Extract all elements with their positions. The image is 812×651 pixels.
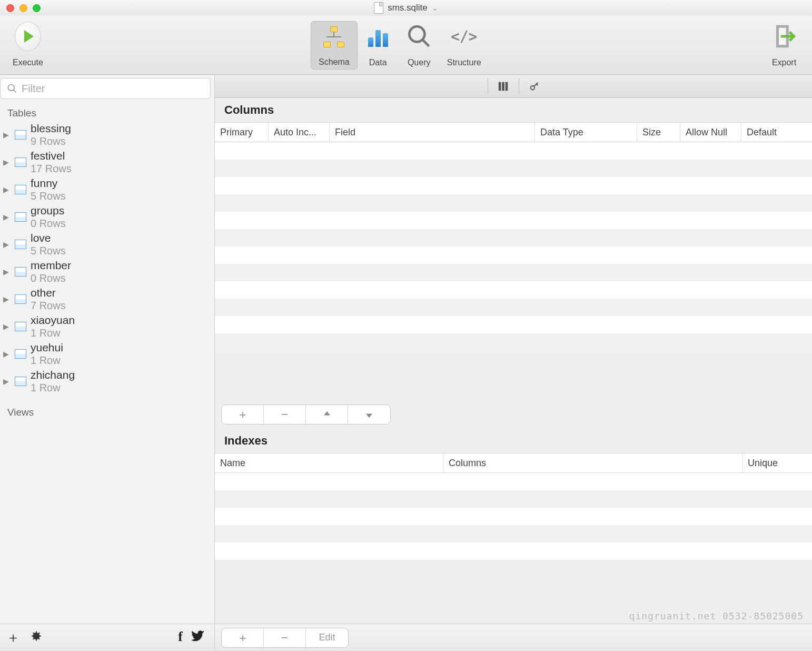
table-name: yuehui <box>31 341 63 354</box>
indexes-table-header: Name Columns Unique <box>215 453 812 473</box>
columns-toolbar <box>215 75 812 98</box>
col-header-default[interactable]: Default <box>741 123 812 142</box>
table-row[interactable] <box>215 212 812 229</box>
svg-rect-6 <box>506 82 508 91</box>
tab-query[interactable]: Query <box>399 21 440 70</box>
col-header-datatype[interactable]: Data Type <box>535 123 637 142</box>
export-button[interactable]: Export <box>764 21 805 70</box>
keys-button[interactable] <box>526 78 543 94</box>
remove-index-button[interactable]: − <box>264 628 306 647</box>
add-column-button[interactable]: ＋ <box>222 405 264 424</box>
tables-section-label: Tables <box>0 102 214 121</box>
table-row[interactable] <box>215 177 812 194</box>
table-row[interactable] <box>215 316 812 333</box>
disclosure-triangle-icon[interactable]: ▶ <box>3 350 11 358</box>
table-row[interactable] <box>215 281 812 299</box>
table-row[interactable] <box>215 142 812 160</box>
table-name: member <box>31 259 71 272</box>
table-row[interactable] <box>215 229 812 246</box>
col-header-field[interactable]: Field <box>330 123 535 142</box>
remove-column-button[interactable]: − <box>264 405 306 424</box>
settings-button[interactable]: ✸ <box>31 628 42 647</box>
table-row-count: 9 Rows <box>31 135 71 147</box>
edit-index-button[interactable]: Edit <box>306 628 348 647</box>
disclosure-triangle-icon[interactable]: ▶ <box>3 213 11 221</box>
table-row[interactable] <box>215 246 812 264</box>
table-row[interactable] <box>215 333 812 351</box>
table-item[interactable]: ▶ blessing 9 Rows <box>0 121 214 149</box>
close-window-button[interactable] <box>6 4 14 12</box>
disclosure-triangle-icon[interactable]: ▶ <box>3 185 11 194</box>
table-item[interactable]: ▶ festivel 17 Rows <box>0 149 214 176</box>
filter-input[interactable]: Filter <box>0 78 211 99</box>
divider <box>488 78 488 94</box>
data-label: Data <box>369 58 387 67</box>
table-icon <box>15 240 26 249</box>
table-icon <box>15 212 26 222</box>
tab-data[interactable]: Data <box>358 21 399 70</box>
table-row[interactable] <box>215 194 812 212</box>
dropdown-chevron-icon[interactable]: ⌄ <box>432 4 438 12</box>
window-title-text: sms.sqlite <box>388 3 428 13</box>
table-row[interactable] <box>215 264 812 281</box>
col-header-autoinc[interactable]: Auto Inc... <box>269 123 330 142</box>
execute-button[interactable]: Execute <box>5 21 51 70</box>
maximize-window-button[interactable] <box>33 4 41 12</box>
table-row[interactable] <box>215 542 812 560</box>
table-item[interactable]: ▶ yuehui 1 Row <box>0 340 214 368</box>
idx-header-unique[interactable]: Unique <box>742 453 812 472</box>
disclosure-triangle-icon[interactable]: ▶ <box>3 377 11 386</box>
table-icon <box>15 267 26 277</box>
twitter-icon[interactable] <box>191 629 205 646</box>
columns-actions: ＋ − <box>215 400 812 429</box>
tab-structure[interactable]: </> Structure <box>440 21 489 70</box>
table-row[interactable] <box>215 525 812 542</box>
table-item[interactable]: ▶ other 7 Rows <box>0 285 214 313</box>
structure-label: Structure <box>447 58 481 67</box>
window-titlebar: sms.sqlite ⌄ <box>0 0 812 16</box>
table-row[interactable] <box>215 299 812 316</box>
tab-schema[interactable]: Schema <box>311 21 358 70</box>
table-item[interactable]: ▶ funny 5 Rows <box>0 176 214 203</box>
disclosure-triangle-icon[interactable]: ▶ <box>3 240 11 249</box>
move-column-up-button[interactable] <box>306 405 348 424</box>
table-icon <box>15 157 26 167</box>
table-row[interactable] <box>215 508 812 525</box>
schema-icon <box>322 26 345 47</box>
svg-point-7 <box>531 86 534 90</box>
table-icon <box>15 185 26 194</box>
idx-header-columns[interactable]: Columns <box>443 453 742 472</box>
table-row-count: 17 Rows <box>31 163 72 175</box>
add-index-button[interactable]: ＋ <box>222 628 264 647</box>
disclosure-triangle-icon[interactable]: ▶ <box>3 322 11 331</box>
idx-header-name[interactable]: Name <box>215 453 443 472</box>
facebook-icon[interactable]: f <box>178 629 183 646</box>
disclosure-triangle-icon[interactable]: ▶ <box>3 131 11 139</box>
table-item[interactable]: ▶ zhichang 1 Row <box>0 368 214 395</box>
table-row[interactable] <box>215 473 812 490</box>
col-header-allownull[interactable]: Allow Null <box>680 123 741 142</box>
table-row[interactable] <box>215 490 812 508</box>
add-button[interactable]: ＋ <box>6 628 20 647</box>
table-item[interactable]: ▶ member 0 Rows <box>0 258 214 285</box>
sidebar-search: Filter <box>0 75 214 102</box>
table-item[interactable]: ▶ love 5 Rows <box>0 231 214 258</box>
table-item[interactable]: ▶ groups 0 Rows <box>0 203 214 231</box>
move-column-down-button[interactable] <box>348 405 390 424</box>
table-name: blessing <box>31 122 71 135</box>
table-row-count: 1 Row <box>31 327 75 339</box>
table-row-count: 0 Rows <box>31 218 66 230</box>
execute-label: Execute <box>13 58 43 67</box>
watermark-text: qingruanit.net 0532-85025005 <box>629 610 804 622</box>
svg-line-1 <box>422 40 429 46</box>
columns-view-toggle[interactable] <box>494 78 512 94</box>
table-item[interactable]: ▶ xiaoyuan 1 Row <box>0 313 214 340</box>
disclosure-triangle-icon[interactable]: ▶ <box>3 268 11 276</box>
col-header-size[interactable]: Size <box>637 123 680 142</box>
disclosure-triangle-icon[interactable]: ▶ <box>3 295 11 303</box>
col-header-primary[interactable]: Primary <box>215 123 269 142</box>
minimize-window-button[interactable] <box>19 4 27 12</box>
table-row[interactable] <box>215 160 812 177</box>
main-toolbar: Execute Schema Data Query </> Structure … <box>0 16 812 75</box>
disclosure-triangle-icon[interactable]: ▶ <box>3 158 11 166</box>
